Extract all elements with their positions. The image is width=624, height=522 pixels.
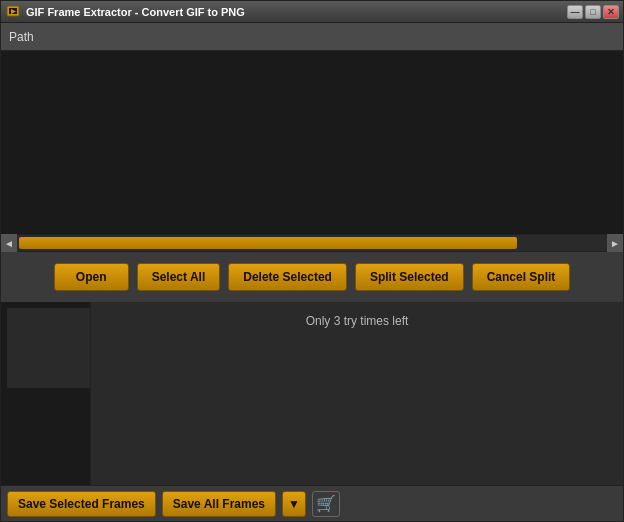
- title-bar-left: GIF Frame Extractor - Convert GIF to PNG: [5, 4, 245, 20]
- close-button[interactable]: ✕: [603, 5, 619, 19]
- minimize-button[interactable]: —: [567, 5, 583, 19]
- dropdown-button[interactable]: ▼: [282, 491, 306, 517]
- select-all-button[interactable]: Select All: [137, 263, 221, 291]
- cart-button[interactable]: 🛒: [312, 491, 340, 517]
- scroll-right-button[interactable]: ►: [607, 234, 623, 252]
- cart-icon: 🛒: [316, 494, 336, 513]
- app-window: GIF Frame Extractor - Convert GIF to PNG…: [0, 0, 624, 522]
- window-controls: — □ ✕: [567, 5, 619, 19]
- main-preview-area: [1, 51, 623, 234]
- cancel-split-button[interactable]: Cancel Split: [472, 263, 571, 291]
- bottom-panel: Only 3 try times left: [1, 302, 623, 485]
- scroll-left-button[interactable]: ◄: [1, 234, 17, 252]
- save-all-frames-button[interactable]: Save All Frames: [162, 491, 276, 517]
- scrollbar-area: ◄ ►: [1, 234, 623, 252]
- preview-panel: Only 3 try times left: [91, 302, 623, 485]
- split-selected-button[interactable]: Split Selected: [355, 263, 464, 291]
- thumbnail-placeholder: [7, 308, 91, 388]
- thumbnail-panel: [1, 302, 91, 485]
- scroll-track[interactable]: [19, 237, 605, 249]
- maximize-button[interactable]: □: [585, 5, 601, 19]
- button-bar: Open Select All Delete Selected Split Se…: [1, 252, 623, 302]
- window-title: GIF Frame Extractor - Convert GIF to PNG: [26, 6, 245, 18]
- title-bar: GIF Frame Extractor - Convert GIF to PNG…: [1, 1, 623, 23]
- app-icon: [5, 4, 21, 20]
- path-bar: Path: [1, 23, 623, 51]
- open-button[interactable]: Open: [54, 263, 129, 291]
- scroll-thumb: [19, 237, 517, 249]
- path-label: Path: [9, 30, 34, 44]
- footer-bar: Save Selected Frames Save All Frames ▼ 🛒: [1, 485, 623, 521]
- delete-selected-button[interactable]: Delete Selected: [228, 263, 347, 291]
- save-selected-frames-button[interactable]: Save Selected Frames: [7, 491, 156, 517]
- trial-notice: Only 3 try times left: [306, 314, 409, 328]
